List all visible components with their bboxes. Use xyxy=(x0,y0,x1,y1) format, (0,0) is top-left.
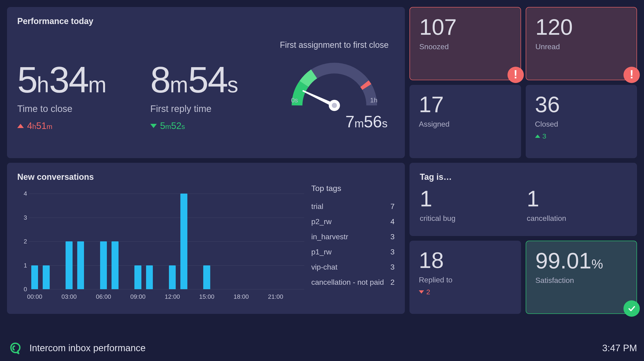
first-reply-delta: 5m52s xyxy=(150,121,272,131)
gauge-icon xyxy=(282,52,387,115)
time-to-close-label: Time to close xyxy=(17,103,148,114)
top-tags-title: Top tags xyxy=(311,184,394,193)
tag-name: p2_rw xyxy=(311,217,332,226)
kpi-grid-bottom: Tag is… 1 critical bug 1 cancellation 18… xyxy=(410,163,637,314)
chart-bar xyxy=(31,265,38,289)
svg-point-2 xyxy=(332,103,337,108)
new-conversations-chart: 0123400:0003:0006:0009:0012:0015:0018:00… xyxy=(17,184,304,306)
tag-row: trial7 xyxy=(311,199,394,214)
tag-row: p1_rw3 xyxy=(311,244,394,260)
up-arrow-icon xyxy=(535,135,540,138)
gauge-max: 1h xyxy=(370,96,377,104)
y-tick: 3 xyxy=(20,214,27,221)
tag-count: 4 xyxy=(390,217,394,226)
chart-bar xyxy=(146,265,153,289)
gauge-min: 0s xyxy=(291,96,298,104)
x-tick: 06:00 xyxy=(96,293,111,300)
tag-name: in_harvestr xyxy=(311,233,348,241)
tag-count: 3 xyxy=(390,233,394,241)
performance-today-card: Performance today 5h34m Time to close 4h… xyxy=(7,7,405,158)
kpi-closed-delta: 3 xyxy=(535,132,628,140)
dashboard-title: Intercom inbox performance xyxy=(30,343,146,353)
time-to-close-delta: 4h51m xyxy=(17,121,148,131)
tag-row: in_harvestr3 xyxy=(311,229,394,244)
y-tick: 0 xyxy=(20,286,27,293)
top-tags-list: Top tags trial7p2_rw4in_harvestr3p1_rw3v… xyxy=(306,172,394,306)
x-tick: 15:00 xyxy=(199,293,214,300)
tag-count: 2 xyxy=(390,278,394,287)
kpi-replied[interactable]: 18 Replied to 2 xyxy=(410,241,521,314)
chart-bar xyxy=(43,265,50,289)
tag-name: p1_rw xyxy=(311,248,332,256)
kpi-grid-top: 107 Snoozed ! 120 Unread ! 17 Assigned 3… xyxy=(410,7,637,158)
first-reply-metric: 8m54s First reply time 5m52s xyxy=(150,61,272,131)
tag-count: 3 xyxy=(390,248,394,256)
x-tick: 09:00 xyxy=(130,293,146,300)
chart-bar xyxy=(203,265,210,289)
x-tick: 18:00 xyxy=(234,293,249,300)
chart-bar xyxy=(112,241,118,289)
chart-bar xyxy=(100,241,107,289)
checkmark-badge-icon xyxy=(624,300,640,317)
x-tick: 00:00 xyxy=(27,293,42,300)
new-conversations-title: New conversations xyxy=(17,172,304,182)
tag-row: p2_rw4 xyxy=(311,214,394,229)
tag-row: cancellation - not paid2 xyxy=(311,275,394,290)
y-tick: 2 xyxy=(20,238,27,245)
new-conversations-card: New conversations 0123400:0003:0006:0009… xyxy=(7,163,405,314)
gauge-title: First assignment to first close xyxy=(274,40,394,50)
first-reply-label: First reply time xyxy=(150,103,272,114)
chart-bar xyxy=(180,194,187,289)
kpi-snoozed[interactable]: 107 Snoozed ! xyxy=(410,7,521,80)
first-assignment-gauge: First assignment to first close xyxy=(274,40,394,131)
time-to-close-metric: 5h34m Time to close 4h51m xyxy=(17,61,148,131)
alert-badge-icon: ! xyxy=(508,67,524,83)
y-tick: 4 xyxy=(20,190,27,197)
gauge-value: 7m56s xyxy=(274,112,394,131)
kpi-closed[interactable]: 36 Closed 3 xyxy=(526,85,637,158)
tag-count: 3 xyxy=(390,263,394,272)
tag-is-title: Tag is… xyxy=(420,172,627,182)
chart-bar xyxy=(169,265,176,289)
chart-bar xyxy=(66,241,72,289)
app-logo-icon xyxy=(7,340,24,356)
kpi-satisfaction[interactable]: 99.01% Satisfaction xyxy=(526,241,637,314)
x-tick: 21:00 xyxy=(268,293,283,300)
y-tick: 1 xyxy=(20,262,27,269)
tag-name: trial xyxy=(311,202,324,211)
tag-row: vip-chat3 xyxy=(311,260,394,275)
chart-bar xyxy=(134,265,142,289)
tag-count: 7 xyxy=(390,202,394,211)
x-tick: 03:00 xyxy=(62,293,77,300)
x-tick: 12:00 xyxy=(165,293,180,300)
clock: 3:47 PM xyxy=(602,343,637,353)
tag-name: vip-chat xyxy=(311,263,338,272)
tag-is-card: Tag is… 1 critical bug 1 cancellation xyxy=(410,163,637,236)
chart-bar xyxy=(77,241,84,289)
performance-title: Performance today xyxy=(17,16,394,26)
kpi-assigned[interactable]: 17 Assigned xyxy=(410,85,521,158)
kpi-replied-delta: 2 xyxy=(419,288,512,296)
alert-badge-icon: ! xyxy=(624,67,640,83)
tag-cancellation: 1 cancellation xyxy=(527,188,627,223)
down-arrow-icon xyxy=(419,290,424,294)
kpi-unread[interactable]: 120 Unread ! xyxy=(526,7,637,80)
up-arrow-icon xyxy=(17,124,24,128)
tag-critical-bug: 1 critical bug xyxy=(420,188,520,223)
footer-bar: Intercom inbox performance 3:47 PM xyxy=(7,340,637,356)
down-arrow-icon xyxy=(150,124,157,128)
tag-name: cancellation - not paid xyxy=(311,278,384,287)
